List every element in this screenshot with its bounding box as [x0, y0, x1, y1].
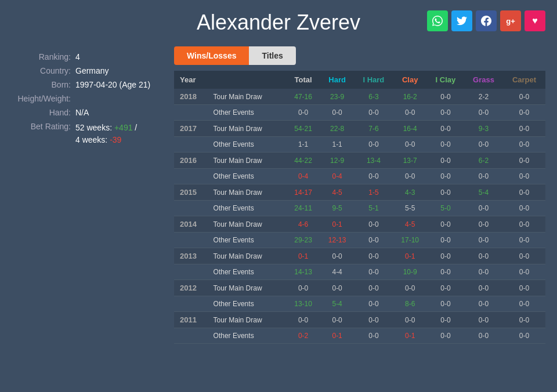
grass-cell: 6-2 — [464, 153, 503, 169]
bet-rating-row: Bet Rating: 52 weeks: +491 / 4 weeks: -3… — [12, 122, 162, 146]
bet-value: 52 weeks: +491 / 4 weeks: -39 — [75, 122, 137, 146]
event-cell: Other Events — [210, 233, 287, 248]
carpet-cell: 0-0 — [503, 169, 545, 184]
year-cell: 2018 — [174, 89, 210, 105]
carpet-cell: 0-0 — [503, 328, 545, 344]
ihard-cell: 0-0 — [354, 233, 393, 248]
iclay-cell: 0-0 — [427, 328, 464, 344]
carpet-cell: 0-0 — [503, 296, 545, 312]
event-cell: Tour Main Draw — [210, 184, 287, 201]
iclay-cell: 0-0 — [427, 153, 464, 169]
ihard-cell: 0-0 — [354, 105, 393, 121]
table-row: 2018 Tour Main Draw 47-16 23-9 6-3 16-2 … — [174, 89, 545, 105]
clay-cell: 10-9 — [393, 264, 427, 280]
hard-cell: 4-4 — [320, 264, 355, 280]
table-row: 2011 Tour Main Draw 0-0 0-0 0-0 0-0 0-0 … — [174, 312, 545, 328]
tab-wins-losses[interactable]: Wins/Losses — [174, 46, 249, 65]
clay-cell: 0-0 — [393, 280, 427, 296]
total-cell: 4-6 — [286, 216, 320, 233]
ihard-cell: 7-6 — [354, 121, 393, 137]
hard-cell: 0-1 — [320, 216, 355, 233]
total-cell: 13-10 — [286, 296, 320, 312]
clay-cell: 0-0 — [393, 137, 427, 153]
table-row: Other Events 1-1 1-1 0-0 0-0 0-0 0-0 0-0 — [174, 137, 545, 153]
facebook-button[interactable] — [476, 10, 497, 31]
table-row: Other Events 29-23 12-13 0-0 17-10 0-0 0… — [174, 233, 545, 248]
col-hard: Hard — [320, 71, 355, 89]
table-row: 2014 Tour Main Draw 4-6 0-1 0-0 4-5 0-0 … — [174, 216, 545, 233]
year-cell: 2014 — [174, 216, 210, 233]
clay-cell: 0-0 — [393, 105, 427, 121]
tab-titles[interactable]: Titles — [249, 46, 295, 65]
carpet-cell: 0-0 — [503, 280, 545, 296]
ihard-cell: 13-4 — [354, 153, 393, 169]
hand-label: Hand: — [12, 108, 75, 117]
year-cell — [174, 264, 210, 280]
iclay-cell: 0-0 — [427, 216, 464, 233]
bet-weeks52: 52 weeks: +491 / — [75, 123, 137, 132]
total-cell: 14-17 — [286, 184, 320, 201]
google-button[interactable]: g+ — [500, 10, 521, 31]
clay-cell: 13-7 — [393, 153, 427, 169]
hard-cell: 0-0 — [320, 248, 355, 264]
total-cell: 0-0 — [286, 280, 320, 296]
year-cell: 2011 — [174, 312, 210, 328]
born-value: 1997-04-20 (Age 21) — [75, 80, 150, 89]
hard-cell: 12-13 — [320, 233, 355, 248]
ihard-cell: 0-0 — [354, 137, 393, 153]
clay-cell: 8-6 — [393, 296, 427, 312]
event-cell: Other Events — [210, 169, 287, 184]
clay-cell: 4-5 — [393, 216, 427, 233]
hard-cell: 12-9 — [320, 153, 355, 169]
heart-icon: ♥ — [532, 16, 538, 26]
event-cell: Other Events — [210, 105, 287, 121]
table-row: 2013 Tour Main Draw 0-1 0-0 0-0 0-1 0-0 … — [174, 248, 545, 264]
carpet-cell: 0-0 — [503, 248, 545, 264]
hard-cell: 0-4 — [320, 169, 355, 184]
ranking-label: Ranking: — [12, 52, 75, 61]
carpet-cell: 0-0 — [503, 153, 545, 169]
tabs: Wins/Losses Titles — [174, 46, 545, 65]
carpet-cell: 0-0 — [503, 121, 545, 137]
hard-cell: 0-0 — [320, 280, 355, 296]
header-row: Year Total Hard I Hard Clay I Clay Grass… — [174, 71, 545, 89]
iclay-cell: 0-0 — [427, 184, 464, 201]
country-row: Country: Germany — [12, 66, 162, 75]
iclay-cell: 0-0 — [427, 280, 464, 296]
ihard-cell: 0-0 — [354, 328, 393, 344]
twitter-button[interactable] — [451, 10, 472, 31]
grass-cell: 2-2 — [464, 89, 503, 105]
event-cell: Tour Main Draw — [210, 216, 287, 233]
year-cell — [174, 201, 210, 216]
year-cell: 2013 — [174, 248, 210, 264]
ihard-cell: 6-3 — [354, 89, 393, 105]
ihard-cell: 0-0 — [354, 248, 393, 264]
iclay-cell: 5-0 — [427, 201, 464, 216]
carpet-cell: 0-0 — [503, 137, 545, 153]
hard-cell: 9-5 — [320, 201, 355, 216]
right-panel: Wins/Losses Titles Year Total Hard I Har… — [174, 41, 545, 344]
whatsapp-button[interactable] — [427, 10, 448, 31]
social-icons: g+ ♥ — [427, 10, 545, 31]
grass-cell: 0-0 — [464, 137, 503, 153]
event-cell: Tour Main Draw — [210, 121, 287, 137]
clay-cell: 0-1 — [393, 248, 427, 264]
ihard-cell: 0-0 — [354, 312, 393, 328]
grass-cell: 0-0 — [464, 312, 503, 328]
grass-cell: 0-0 — [464, 233, 503, 248]
table-row: Other Events 0-0 0-0 0-0 0-0 0-0 0-0 0-0 — [174, 105, 545, 121]
carpet-cell: 0-0 — [503, 312, 545, 328]
event-cell: Tour Main Draw — [210, 280, 287, 296]
year-cell — [174, 137, 210, 153]
bet-weeks4: 4 weeks: -39 — [75, 135, 121, 144]
table-row: Other Events 13-10 5-4 0-0 8-6 0-0 0-0 0… — [174, 296, 545, 312]
ihard-cell: 0-0 — [354, 280, 393, 296]
year-cell — [174, 296, 210, 312]
grass-cell: 0-0 — [464, 201, 503, 216]
col-ihard: I Hard — [354, 71, 393, 89]
clay-cell: 0-0 — [393, 169, 427, 184]
born-label: Born: — [12, 80, 75, 89]
clay-cell: 17-10 — [393, 233, 427, 248]
heart-button[interactable]: ♥ — [525, 10, 545, 31]
year-cell: 2016 — [174, 153, 210, 169]
